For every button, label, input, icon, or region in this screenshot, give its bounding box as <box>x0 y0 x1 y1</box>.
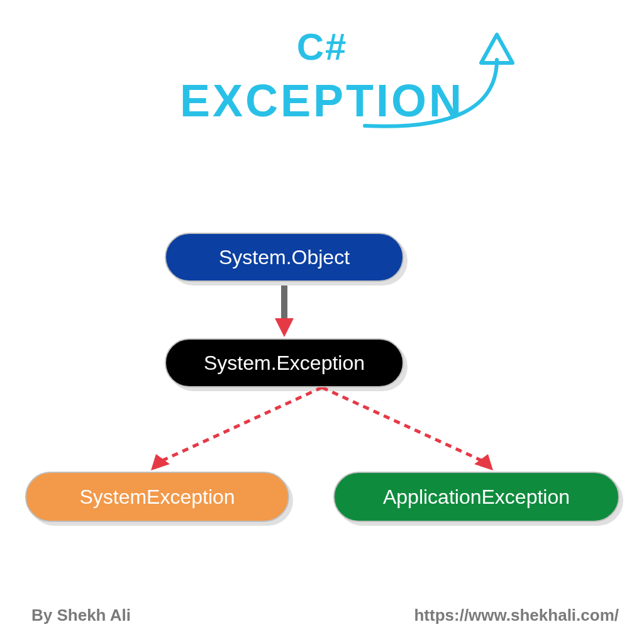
node-systemexception: SystemException <box>25 472 289 522</box>
node-applicationexception: ApplicationException <box>333 472 619 522</box>
footer-url: https://www.shekhali.com/ <box>414 606 619 625</box>
footer-author: By Shekh Ali <box>31 606 131 625</box>
node-system-exception: System.Exception <box>165 338 404 387</box>
node-label: SystemException <box>79 486 235 509</box>
title-line-1: C# <box>0 25 644 69</box>
node-label: ApplicationException <box>383 486 570 509</box>
title-block: C# EXCEPTION <box>0 25 644 126</box>
dashed-connector-icon <box>126 387 518 475</box>
svg-marker-6 <box>474 454 493 470</box>
svg-rect-1 <box>281 286 287 321</box>
node-label: System.Exception <box>204 352 365 375</box>
title-line-2: EXCEPTION <box>0 75 644 126</box>
svg-line-3 <box>157 387 322 463</box>
svg-line-5 <box>322 387 487 463</box>
node-label: System.Object <box>219 246 350 269</box>
svg-marker-4 <box>151 454 170 470</box>
curve-arrow-icon <box>352 9 541 148</box>
svg-marker-2 <box>275 318 294 337</box>
node-system-object: System.Object <box>165 233 404 282</box>
arrow-down-icon <box>275 282 294 340</box>
